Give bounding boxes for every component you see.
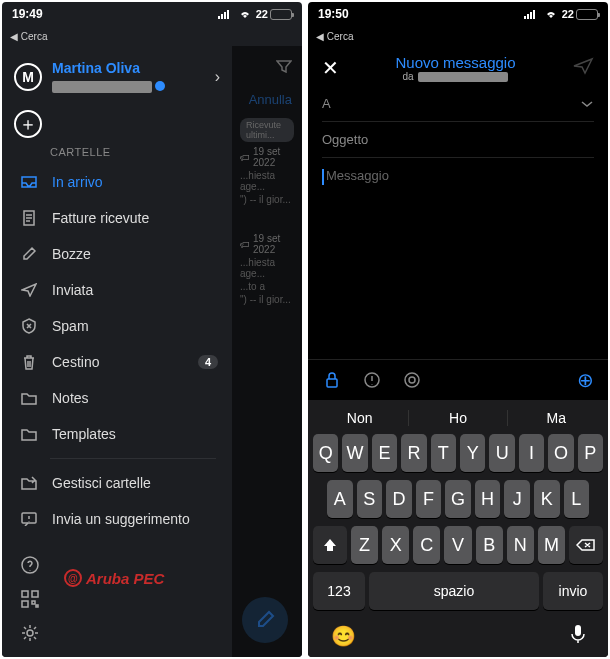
key-x[interactable]: X: [382, 526, 409, 564]
svg-point-20: [409, 377, 415, 383]
key-e[interactable]: E: [372, 434, 397, 472]
folder-notes[interactable]: Notes: [2, 380, 232, 416]
chevron-down-icon[interactable]: [580, 96, 594, 111]
key-enter[interactable]: invio: [543, 572, 603, 610]
key-a[interactable]: A: [327, 480, 353, 518]
compose-screen: 19:50 22 ◀ Cerca ✕ Nuovo messaggio da A …: [308, 2, 608, 657]
svg-rect-13: [524, 16, 526, 19]
svg-point-19: [405, 373, 419, 387]
key-w[interactable]: W: [342, 434, 367, 472]
folder-templates[interactable]: Templates: [2, 416, 232, 452]
message-preview[interactable]: 🏷19 set 2022 ...hiesta age... ") -- il g…: [240, 146, 294, 205]
key-space[interactable]: spazio: [369, 572, 539, 610]
key-shift[interactable]: [313, 526, 347, 564]
status-bar: 19:50 22: [308, 2, 608, 26]
key-p[interactable]: P: [578, 434, 603, 472]
svg-point-12: [27, 630, 33, 636]
message-body-input[interactable]: Messaggio: [308, 158, 608, 359]
subject-field[interactable]: Oggetto: [322, 122, 594, 158]
inbox-peek: Annulla Ricevute ultimi... 🏷19 set 2022 …: [232, 46, 302, 657]
key-k[interactable]: K: [534, 480, 560, 518]
folder-invoices[interactable]: Fatture ricevute: [2, 200, 232, 236]
manage-folders[interactable]: Gestisci cartelle: [2, 465, 232, 501]
folder-drafts[interactable]: Bozze: [2, 236, 232, 272]
verified-badge-icon: [155, 81, 165, 91]
to-field[interactable]: A: [322, 86, 594, 122]
key-u[interactable]: U: [489, 434, 514, 472]
receipt-icon[interactable]: [402, 370, 422, 390]
back-search[interactable]: ◀ Cerca: [10, 31, 47, 42]
key-m[interactable]: M: [538, 526, 565, 564]
folder-inbox[interactable]: In arrivo: [2, 164, 232, 200]
sent-icon: [20, 283, 38, 297]
spam-icon: [20, 318, 38, 334]
key-j[interactable]: J: [504, 480, 530, 518]
send-button[interactable]: [572, 57, 594, 79]
help-icon[interactable]: [20, 555, 40, 575]
key-g[interactable]: G: [445, 480, 471, 518]
receipt-icon: [20, 210, 38, 226]
svg-rect-2: [224, 12, 226, 19]
key-h[interactable]: H: [475, 480, 501, 518]
status-time: 19:49: [12, 7, 43, 21]
svg-rect-9: [22, 601, 28, 607]
folder-spam[interactable]: Spam: [2, 308, 232, 344]
folders-section-label: CARTELLE: [2, 146, 232, 164]
battery-icon: 22: [256, 8, 292, 20]
settings-icon[interactable]: [20, 623, 40, 643]
lock-icon[interactable]: [322, 370, 342, 390]
svg-rect-8: [32, 591, 38, 597]
sidebar: M Martina Oliva › ＋ CARTELLE In arrivo F…: [2, 46, 232, 657]
key-v[interactable]: V: [444, 526, 471, 564]
add-account-button[interactable]: ＋: [14, 110, 42, 138]
avatar: M: [14, 63, 42, 91]
back-search[interactable]: ◀ Cerca: [316, 31, 353, 42]
priority-icon[interactable]: [362, 370, 382, 390]
folder-edit-icon: [20, 476, 38, 490]
suggestion[interactable]: Ma: [508, 410, 605, 426]
trash-icon: [20, 354, 38, 370]
key-d[interactable]: D: [386, 480, 412, 518]
key-i[interactable]: I: [519, 434, 544, 472]
key-backspace[interactable]: [569, 526, 603, 564]
dictate-button[interactable]: [571, 624, 585, 649]
close-button[interactable]: ✕: [322, 56, 339, 80]
key-f[interactable]: F: [416, 480, 442, 518]
folder-trash[interactable]: Cestino 4: [2, 344, 232, 380]
compose-title: Nuovo messaggio da: [339, 54, 572, 82]
key-l[interactable]: L: [564, 480, 590, 518]
svg-rect-0: [218, 16, 220, 19]
filter-pill[interactable]: Ricevute ultimi...: [240, 118, 294, 142]
key-s[interactable]: S: [357, 480, 383, 518]
filter-icon[interactable]: [276, 59, 292, 77]
key-z[interactable]: Z: [351, 526, 378, 564]
key-t[interactable]: T: [431, 434, 456, 472]
tag-icon: 🏷: [240, 239, 250, 250]
from-email-redacted: [418, 72, 508, 82]
key-y[interactable]: Y: [460, 434, 485, 472]
key-o[interactable]: O: [548, 434, 573, 472]
compose-fab[interactable]: [242, 597, 288, 643]
key-c[interactable]: C: [413, 526, 440, 564]
suggestion[interactable]: Ho: [409, 410, 507, 426]
suggestion[interactable]: Non: [311, 410, 409, 426]
suggestion-bar: Non Ho Ma: [311, 404, 605, 434]
attach-add-button[interactable]: ⊕: [577, 368, 594, 392]
emoji-button[interactable]: 😊: [331, 624, 356, 649]
key-r[interactable]: R: [401, 434, 426, 472]
cancel-link[interactable]: Annulla: [249, 92, 292, 107]
inbox-icon: [20, 175, 38, 189]
feedback-icon: [20, 512, 38, 526]
message-preview[interactable]: 🏷19 set 2022 ...hiesta age... ...to a ")…: [240, 233, 294, 305]
key-q[interactable]: Q: [313, 434, 338, 472]
tag-icon: 🏷: [240, 152, 250, 163]
account-row[interactable]: M Martina Oliva ›: [2, 54, 232, 104]
qr-icon[interactable]: [20, 589, 40, 609]
key-n[interactable]: N: [507, 526, 534, 564]
key-123[interactable]: 123: [313, 572, 365, 610]
draft-icon: [20, 246, 38, 262]
folder-sent[interactable]: Inviata: [2, 272, 232, 308]
key-b[interactable]: B: [476, 526, 503, 564]
send-feedback[interactable]: Invia un suggerimento: [2, 501, 232, 537]
svg-rect-15: [530, 12, 532, 19]
